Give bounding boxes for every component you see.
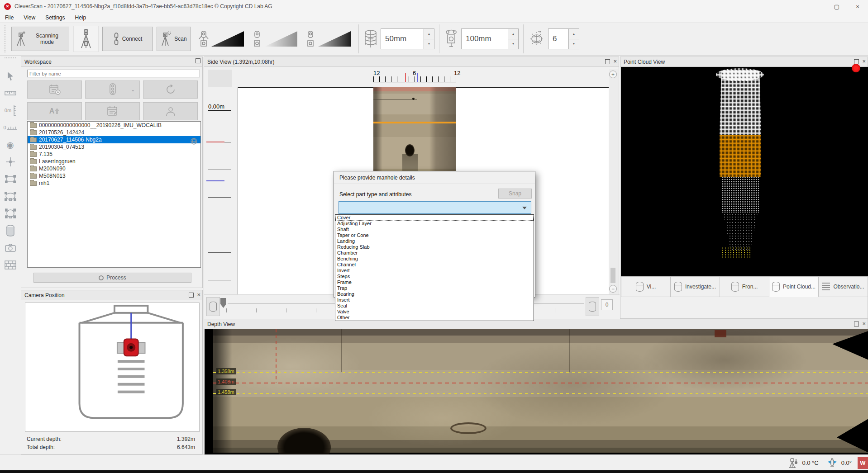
dropdown-option[interactable]: Cover [335,215,534,221]
part-type-dropdown[interactable]: Cover Adjusting Layer Shaft Taper or Con… [335,214,534,321]
dropdown-option[interactable]: Benching [335,256,534,262]
file-item[interactable]: M200N090 [28,165,200,172]
step-spinner[interactable]: 100mm ▲▼ [461,28,519,49]
toolbar-drag-handle[interactable] [5,25,8,52]
dropdown-option[interactable]: Chamber [335,250,534,256]
dropdown-option[interactable]: Landing [335,238,534,244]
diameter-spin-arrows[interactable]: ▲▼ [424,28,434,49]
minimize-button[interactable]: – [806,0,826,13]
menu-help[interactable]: Help [70,14,91,22]
view-tab[interactable]: Point Cloud... [769,276,819,297]
dropdown-option[interactable]: Channel [335,262,534,268]
record-point-tool-icon[interactable]: ◉ [3,138,18,151]
bricks-tool-icon[interactable] [3,258,18,272]
gain-high-control[interactable] [198,30,244,48]
file-item[interactable]: mh1 [28,180,200,187]
filter-status-button[interactable]: ⌄ [85,80,140,99]
side-view-header[interactable]: Side View (1.392m,10:08hr) × [204,57,619,67]
camera-tool-icon[interactable] [3,241,18,255]
float-panel-icon[interactable] [605,59,610,64]
menu-view[interactable]: View [19,14,40,22]
close-panel-icon[interactable]: × [862,58,866,65]
ellipse-select-tool-icon[interactable] [3,189,18,203]
gain-mid-control[interactable] [305,30,351,48]
file-item[interactable]: 7.135 [28,151,200,158]
maximize-button[interactable]: ▢ [826,0,847,13]
file-item[interactable]: M508N013 [28,172,200,180]
dropdown-option[interactable]: Shaft [335,227,534,232]
rename-button[interactable]: A [27,102,82,120]
step-spin-arrows[interactable]: ▲▼ [508,28,519,49]
vertical-measure-tool-icon[interactable]: 0m [3,104,18,117]
camera-position-header[interactable]: Camera Position × [21,290,202,300]
tripod-button[interactable] [73,26,99,52]
strip-drag-handle[interactable] [5,57,16,59]
file-item[interactable]: 20170627_114506-Nbg2a [28,136,200,143]
dropdown-option[interactable]: Seal [335,303,534,309]
dropdown-option[interactable]: Steps [335,274,534,279]
horizontal-ruler-tool-icon[interactable] [3,86,18,100]
slider-handle[interactable] [220,298,226,308]
scan-button[interactable]: Scan [157,27,191,51]
scrollbar-handle[interactable] [610,268,615,283]
float-panel-icon[interactable] [189,293,194,298]
dropdown-option[interactable]: Taper or Cone [335,232,534,238]
horizontal-measure-tool-icon[interactable]: 0 [3,121,18,134]
cylinder-tool-icon[interactable] [3,224,18,237]
step-value[interactable]: 100mm [461,28,508,49]
dropdown-option[interactable]: Bearing [335,291,534,297]
file-item[interactable]: Laserringgruen [28,158,200,165]
unwrapped-wall-photo[interactable]: 1.358m 1.408m 1.458m [213,329,868,453]
part-type-combobox[interactable] [339,201,531,214]
sections-value[interactable]: 6 [548,28,569,49]
view-tab[interactable]: Investigate... [671,276,720,297]
dropdown-option[interactable]: Other [335,315,534,321]
sections-spin-arrows[interactable]: ▲▼ [569,28,579,49]
pointer-tool-icon[interactable] [3,69,18,83]
process-button[interactable]: Process [33,273,191,283]
close-panel-icon[interactable]: × [197,292,200,298]
dropdown-option[interactable]: Trap [335,285,534,291]
view-tab[interactable]: Vi... [621,276,671,297]
gain-low-control[interactable] [252,30,297,48]
user-button[interactable] [143,102,198,120]
dropdown-option[interactable]: Adjusting Layer [335,221,534,227]
close-button[interactable]: × [847,0,868,13]
float-panel-icon[interactable] [854,322,859,326]
diameter-spinner[interactable]: 50mm ▲▼ [381,28,434,49]
close-panel-icon[interactable]: × [613,58,617,65]
zoom-in-icon[interactable]: + [609,71,617,78]
sections-spinner[interactable]: 6 ▲▼ [548,28,579,49]
circle-select-tool-icon[interactable] [3,207,18,220]
cylinder-view-button[interactable] [206,297,220,316]
dropdown-option[interactable]: Reducing Slab [335,244,534,250]
connect-button[interactable]: Connect [102,27,153,51]
filter-input[interactable] [27,70,200,77]
scanning-mode-button[interactable]: Scanning mode [11,27,69,51]
view-tab[interactable]: Observatio... [819,276,868,297]
file-item[interactable]: 20190304_074513 [28,143,200,151]
cylinder-view-button[interactable] [586,297,599,316]
view-tab[interactable]: Fron... [720,276,769,297]
crosshair-tool-icon[interactable] [3,155,18,169]
zoom-out-icon[interactable]: − [609,285,617,293]
file-item[interactable]: 00000000000000000__20190226_IMU_WOCALIB [28,122,200,129]
menu-settings[interactable]: Settings [40,14,70,22]
depth-view-header[interactable]: Depth View × [204,319,868,329]
dropdown-option[interactable]: Valve [335,309,534,315]
edit-date-button[interactable] [85,102,140,120]
menu-file[interactable]: File [0,14,19,22]
file-item[interactable]: 20170526_142424 [28,129,200,136]
refresh-button[interactable] [143,80,198,99]
workspace-header[interactable]: Workspace [21,57,202,67]
close-panel-icon[interactable]: × [862,321,866,327]
dropdown-option[interactable]: Insert [335,297,534,303]
point-cloud-viewport[interactable] [621,67,868,286]
snap-button[interactable]: Snap [498,189,532,199]
float-panel-icon[interactable] [196,58,200,63]
float-panel-icon[interactable] [854,59,859,64]
filter-date-button[interactable] [27,80,82,99]
scan-file-list[interactable]: 00000000000000000__20190226_IMU_WOCALIB … [27,121,201,268]
dropdown-option[interactable]: Frame [335,279,534,285]
diameter-value[interactable]: 50mm [381,28,424,49]
